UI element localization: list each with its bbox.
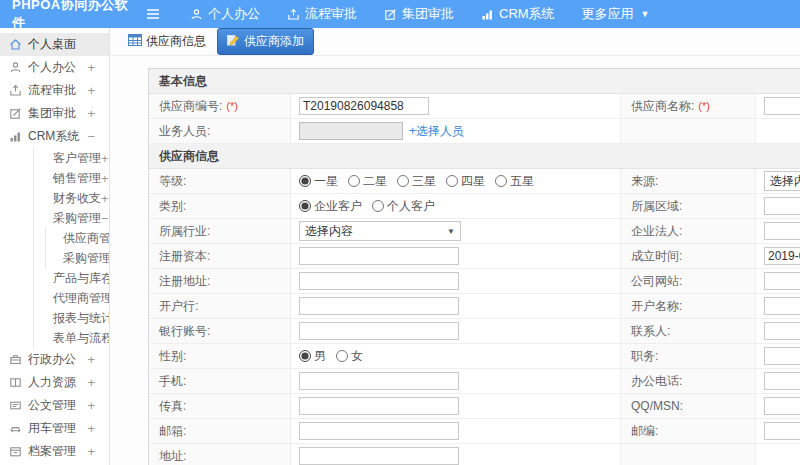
collapse-icon[interactable]: − xyxy=(87,130,95,143)
expand-icon[interactable]: + xyxy=(87,61,95,74)
radio-label: 男 xyxy=(314,348,326,365)
region-input[interactable] xyxy=(764,197,800,215)
tab-supplier-add[interactable]: 供应商添加 xyxy=(217,28,314,55)
expand-icon[interactable]: + xyxy=(87,445,95,458)
business-person-input[interactable] xyxy=(299,122,403,140)
field-cell xyxy=(291,419,621,444)
sidebar-item[interactable]: 客户管理+ xyxy=(34,148,109,168)
expand-icon[interactable]: + xyxy=(87,84,95,97)
sidebar-item[interactable]: 用车管理+ xyxy=(0,417,109,440)
sidebar-item[interactable]: 行政办公+ xyxy=(0,348,109,371)
select-person-link[interactable]: +选择人员 xyxy=(409,124,464,138)
source-select[interactable]: 选择内容▼ xyxy=(764,171,800,191)
radio-option[interactable]: 一星 xyxy=(299,173,338,190)
radio-option[interactable]: 个人客户 xyxy=(372,198,435,215)
topnav-item[interactable]: 流程审批 xyxy=(287,5,357,23)
sidebar-item[interactable]: 财务收支+ xyxy=(34,188,109,208)
label-text: 银行账号: xyxy=(159,323,210,340)
topnav-item[interactable]: 个人办公 xyxy=(190,5,260,23)
sidebar-item[interactable]: 产品与库存+ xyxy=(34,268,109,288)
radio-button[interactable] xyxy=(299,350,311,362)
sidebar-item[interactable]: 人力资源+ xyxy=(0,371,109,394)
account-name-input[interactable] xyxy=(764,297,800,315)
radio-option[interactable]: 三星 xyxy=(397,173,436,190)
legal-person-input[interactable] xyxy=(764,222,800,240)
sidebar-item[interactable]: 个人桌面 xyxy=(0,33,109,56)
fax-input[interactable] xyxy=(299,397,459,415)
sidebar-item[interactable]: 个人办公+ xyxy=(0,56,109,79)
sidebar-item[interactable]: 采购管理 xyxy=(46,248,109,268)
sidebar-item[interactable]: 销售管理+ xyxy=(34,168,109,188)
radio-option[interactable]: 二星 xyxy=(348,173,387,190)
industry-select[interactable]: 选择内容▼ xyxy=(299,221,461,241)
position-input[interactable] xyxy=(764,347,800,365)
expand-icon[interactable]: + xyxy=(87,353,95,366)
sidebar-item[interactable]: CRM系统− xyxy=(0,125,109,148)
topnav-item[interactable]: 集团审批 xyxy=(384,5,454,23)
office-phone-input[interactable] xyxy=(764,372,800,390)
sidebar-item-label: 产品与库存 xyxy=(53,270,110,287)
sidebar-item[interactable]: 档案管理+ xyxy=(0,440,109,463)
expand-icon[interactable]: + xyxy=(101,172,109,185)
topnav-item[interactable]: 更多应用▼ xyxy=(582,5,650,23)
collapse-icon[interactable]: − xyxy=(101,212,109,225)
registered-capital-input[interactable] xyxy=(299,247,459,265)
bank-account-input[interactable] xyxy=(299,322,459,340)
expand-icon[interactable]: + xyxy=(87,422,95,435)
supplier-code-input[interactable] xyxy=(299,97,429,115)
email-input[interactable] xyxy=(299,422,459,440)
radio-option[interactable]: 男 xyxy=(299,348,326,365)
car-icon xyxy=(9,422,22,435)
registered-address-input[interactable] xyxy=(299,272,459,290)
expand-icon[interactable]: + xyxy=(101,152,109,165)
sidebar-item[interactable]: 代理商管理+ xyxy=(34,288,109,308)
radio-button[interactable] xyxy=(446,175,458,187)
radio-button[interactable] xyxy=(299,200,311,212)
sidebar-item-label: 采购管理 xyxy=(53,210,101,227)
sidebar-item[interactable]: 公文管理+ xyxy=(0,394,109,417)
address-input[interactable] xyxy=(299,447,459,465)
expand-icon[interactable]: + xyxy=(87,399,95,412)
archive-icon xyxy=(9,445,22,458)
radio-button[interactable] xyxy=(397,175,409,187)
form-row: 等级:一星二星三星四星五星来源:选择内容▼ xyxy=(149,169,800,194)
sidebar-item[interactable]: 流程审批+ xyxy=(0,79,109,102)
book-icon xyxy=(9,376,22,389)
website-input[interactable] xyxy=(764,272,800,290)
section-header: 基本信息 xyxy=(149,69,800,94)
radio-button[interactable] xyxy=(336,350,348,362)
supplier-name-input[interactable] xyxy=(764,97,800,115)
tab-label: 供应商添加 xyxy=(244,33,304,50)
sidebar-item[interactable]: 表单与流程设置+ xyxy=(34,328,109,348)
founded-date-input[interactable] xyxy=(764,247,800,265)
expand-icon[interactable]: + xyxy=(87,376,95,389)
radio-button[interactable] xyxy=(348,175,360,187)
radio-option[interactable]: 企业客户 xyxy=(299,198,362,215)
form-row: 注册地址:公司网站: xyxy=(149,269,800,294)
expand-icon[interactable]: + xyxy=(87,107,95,120)
label-text: 供应商编号: xyxy=(159,98,222,115)
radio-button[interactable] xyxy=(372,200,384,212)
radio-option[interactable]: 五星 xyxy=(495,173,534,190)
contact-input[interactable] xyxy=(764,322,800,340)
radio-option[interactable]: 四星 xyxy=(446,173,485,190)
sidebar-item[interactable]: 供应商管理 xyxy=(46,228,109,248)
hamburger-icon[interactable] xyxy=(146,8,160,20)
sidebar-item[interactable]: 集团审批+ xyxy=(0,102,109,125)
bank-input[interactable] xyxy=(299,297,459,315)
radio-option[interactable]: 女 xyxy=(336,348,363,365)
mobile-input[interactable] xyxy=(299,372,459,390)
qq-msn-input[interactable] xyxy=(764,397,800,415)
tab-supplier-info[interactable]: 供应商信息 xyxy=(128,33,206,50)
topnav-label: CRM系统 xyxy=(499,5,555,23)
expand-icon[interactable]: + xyxy=(101,192,109,205)
topnav-item[interactable]: CRM系统 xyxy=(481,5,555,23)
radio-button[interactable] xyxy=(299,175,311,187)
sidebar-item[interactable]: 采购管理− xyxy=(34,208,109,228)
field-label: 所属区域: xyxy=(621,194,756,219)
field-label xyxy=(621,444,756,465)
zip-input[interactable] xyxy=(764,422,800,440)
sidebar-item[interactable]: 报表与统计 xyxy=(34,308,109,328)
radio-label: 一星 xyxy=(314,173,338,190)
radio-button[interactable] xyxy=(495,175,507,187)
